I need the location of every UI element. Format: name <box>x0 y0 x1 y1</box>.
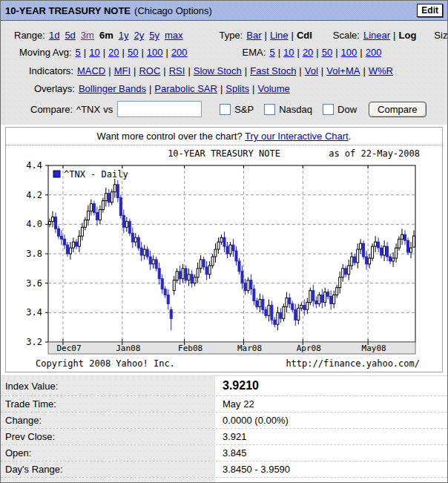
type-option-bar[interactable]: Bar <box>246 27 261 43</box>
separator: | <box>316 45 318 60</box>
moving-avg-option-20[interactable]: 20 <box>108 45 119 60</box>
range-option-5y[interactable]: 5y <box>149 27 159 43</box>
separator: | <box>188 63 190 79</box>
moving-avg-option-50[interactable]: 50 <box>128 45 138 60</box>
ema-options: 5|10|20|50|100|200 <box>269 45 381 60</box>
range-option-1y[interactable]: 1y <box>119 27 129 43</box>
overlay-options: Bollinger Bands|Parabolic SAR|Splits|Vol… <box>79 81 290 96</box>
edit-button[interactable]: Edit <box>417 4 443 17</box>
range-options: 1d5d3m6m1y2y5ymax <box>49 27 188 43</box>
overlay-option-splits[interactable]: Splits <box>225 81 249 96</box>
moving-avg-options: 5|10|20|50|100|200 <box>76 45 188 60</box>
range-label: Range: <box>14 27 45 43</box>
separator: | <box>360 45 362 60</box>
chart-controls-panel: Range: 1d5d3m6m1y2y5ymax Type: Bar|Line|… <box>1 21 447 125</box>
indicator-option-rsi[interactable]: RSI <box>169 63 185 79</box>
scale-label: Scale: <box>333 27 360 43</box>
type-options: Bar|Line|Cdl <box>246 27 312 43</box>
quote-row-label: Day's Range: <box>1 461 215 477</box>
ema-option-200[interactable]: 200 <box>366 45 382 60</box>
range-option-3m[interactable]: 3m <box>81 27 94 43</box>
indicator-option-vol+ma[interactable]: Vol+MA <box>326 63 360 79</box>
interactive-chart-link[interactable]: Try our Interactive Chart <box>245 131 349 142</box>
type-group: Type: Bar|Line|Cdl <box>219 27 312 43</box>
svg-text:^TNX - Daily: ^TNX - Daily <box>64 169 128 180</box>
quote-row-label: Open: <box>1 445 215 461</box>
quote-row-label: Index Value: <box>1 376 215 395</box>
compare-symbol-input[interactable] <box>117 101 202 117</box>
quote-summary-table: Index Value:3.9210Trade Time:May 22Chang… <box>1 375 447 483</box>
indicator-option-fast-stoch[interactable]: Fast Stoch <box>250 63 296 79</box>
compare-button[interactable]: Compare <box>369 102 426 117</box>
range-option-5d[interactable]: 5d <box>65 27 75 43</box>
indicator-option-vol[interactable]: Vol <box>305 63 318 79</box>
quote-row: Trade Time:May 22 <box>1 396 447 413</box>
nasdaq-checkbox-label: Nasdaq <box>279 102 312 117</box>
scale-options: Linear|Log <box>363 27 416 43</box>
type-label: Type: <box>219 27 243 43</box>
quote-row-value: 3.845 <box>215 447 247 459</box>
ema-option-5[interactable]: 5 <box>269 45 274 60</box>
quote-row-value: May 22 <box>215 398 254 410</box>
moving-avg-option-10[interactable]: 10 <box>89 45 99 60</box>
moving-avg-option-5[interactable]: 5 <box>76 45 81 60</box>
overlay-option-bollinger-bands[interactable]: Bollinger Bands <box>79 81 146 96</box>
quote-row-label: Trade Time: <box>1 396 215 412</box>
separator: | <box>363 63 365 79</box>
moving-avg-option-200[interactable]: 200 <box>171 45 188 60</box>
moving-avg-row: Moving Avg: 5|10|20|50|100|200 EMA: 5|10… <box>19 45 447 60</box>
quote-row: Open:3.845 <box>1 445 447 461</box>
overlay-option-parabolic-sar[interactable]: Parabolic SAR <box>154 81 217 96</box>
ema-option-10[interactable]: 10 <box>283 45 294 60</box>
overlay-option-volume[interactable]: Volume <box>257 81 289 96</box>
range-option-6m[interactable]: 6m <box>99 27 113 43</box>
ema-option-20[interactable]: 20 <box>303 45 313 60</box>
indicator-option-slow-stoch[interactable]: Slow Stoch <box>194 63 242 79</box>
nasdaq-checkbox[interactable] <box>264 104 275 115</box>
ema-option-50[interactable]: 50 <box>322 45 332 60</box>
type-option-cdl[interactable]: Cdl <box>297 27 312 43</box>
sp500-checkbox[interactable] <box>220 104 231 115</box>
promo-text: Want more control over the chart? <box>97 131 243 142</box>
range-option-1d[interactable]: 1d <box>49 27 59 43</box>
indicator-option-macd[interactable]: MACD <box>77 63 105 79</box>
quote-row: Index Value:3.9210 <box>1 376 447 396</box>
chart-title: 10-YEAR TREASURY NOTE <box>168 148 280 159</box>
compare-row: Compare: ^TNX vs S&P Nasdaq Dow Compare <box>30 100 447 118</box>
source-url: http://finance.yahoo.com/ <box>286 358 420 369</box>
separator: | <box>278 45 280 60</box>
quote-row-value: 3.281 - 5.316 <box>215 480 280 483</box>
svg-text:3.4: 3.4 <box>26 307 42 318</box>
module-header: 10-YEAR TREASURY NOTE (Chicago Options) … <box>1 1 447 21</box>
type-option-line[interactable]: Line <box>270 27 289 43</box>
indicator-option-w%r[interactable]: W%R <box>369 63 393 79</box>
ema-label: EMA: <box>243 45 266 60</box>
price-chart: 3.23.43.63.84.04.24.4^TNX - DailyDec07Ja… <box>6 161 442 358</box>
security-exchange: (Chicago Options) <box>134 5 212 16</box>
quote-row-value: 3.921 <box>215 431 247 442</box>
svg-text:Jan08: Jan08 <box>116 344 140 353</box>
separator: | <box>220 81 223 96</box>
indicator-option-roc[interactable]: ROC <box>139 63 160 79</box>
chart-panel: Want more control over the chart? Try ou… <box>5 127 443 372</box>
moving-avg-label: Moving Avg: <box>19 45 72 60</box>
separator: | <box>299 63 301 79</box>
quote-row-value: 3.8450 - 3.9590 <box>215 464 290 475</box>
overlays-label: Overlays: <box>34 81 75 96</box>
moving-avg-option-100[interactable]: 100 <box>147 45 163 60</box>
separator: | <box>252 81 254 96</box>
scale-option-log[interactable]: Log <box>399 27 417 43</box>
compare-symbol: ^TNX <box>76 102 100 117</box>
dow-checkbox[interactable] <box>323 104 334 115</box>
range-row: Range: 1d5d3m6m1y2y5ymax Type: Bar|Line|… <box>14 27 447 43</box>
indicator-option-mfi[interactable]: MFI <box>114 63 131 79</box>
scale-option-linear[interactable]: Linear <box>363 27 390 43</box>
separator: | <box>149 81 151 96</box>
candlestick-chart-svg: 3.23.43.63.84.04.24.4^TNX - DailyDec07Ja… <box>6 161 442 355</box>
size-group: Size: M|L <box>434 27 448 43</box>
separator: | <box>141 45 143 60</box>
range-option-max[interactable]: max <box>165 27 183 43</box>
ema-option-100[interactable]: 100 <box>341 45 358 60</box>
chart-title-row: 10-YEAR TREASURY NOTE as of 22-May-2008 <box>6 148 442 161</box>
range-option-2y[interactable]: 2y <box>134 27 144 43</box>
